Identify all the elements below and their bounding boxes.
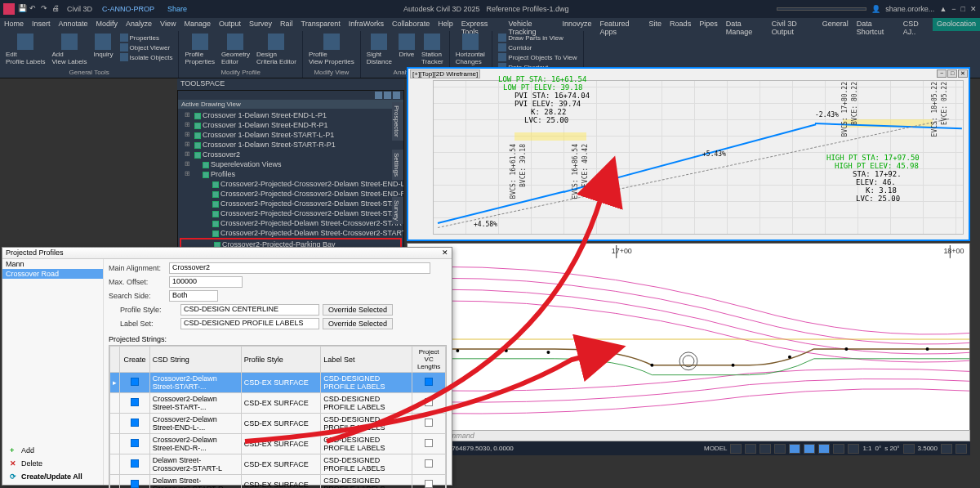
- ribbon-sight-distance-button[interactable]: SightDistance: [364, 33, 394, 66]
- label-set-cell[interactable]: CSD-DESIGNED PROFILE LABELS: [321, 434, 412, 454]
- sb-dyn-icon[interactable]: [804, 444, 815, 454]
- profile-style-cell[interactable]: CSD-EX SURFACE: [241, 454, 321, 475]
- command-line[interactable]: ▸ Type a command: [407, 430, 970, 441]
- zoom-readout[interactable]: 3.5000: [918, 445, 938, 452]
- tab-featured-apps[interactable]: Featured Apps: [596, 18, 645, 31]
- ribbon-draw-parts-in-view-button[interactable]: Draw Parts in View: [496, 33, 579, 43]
- search-input[interactable]: [777, 7, 866, 11]
- sb-lw-icon[interactable]: [818, 444, 830, 454]
- tab-analyze[interactable]: Analyze: [122, 18, 156, 31]
- ribbon-project-objects-to-view-button[interactable]: Project Objects To View: [496, 52, 579, 62]
- tab-output[interactable]: Output: [215, 18, 245, 31]
- ribbon-properties-button[interactable]: Properties: [118, 33, 176, 43]
- toolspace-toolbar[interactable]: [178, 91, 403, 100]
- active-drawing-view-label[interactable]: Active Drawing View: [178, 100, 403, 109]
- csd-string-cell[interactable]: Delawn Street-Crossover2-START-R: [149, 475, 241, 489]
- tree-node[interactable]: Crossover 1-Delawn Street-END-L-P1: [180, 110, 402, 120]
- table-row[interactable]: Crossover2-Delawn Street-END-R-...CSD-EX…: [110, 434, 446, 454]
- ribbon-add-view-labels-button[interactable]: AddView Labels: [49, 33, 89, 66]
- tab-data-manage[interactable]: Data Manage: [722, 18, 768, 31]
- override-profile-style-button[interactable]: Override Selected: [323, 304, 393, 316]
- profile-view-viewport[interactable]: [+][Top][2D Wireframe] − □ ✕ LOW PT STA:…: [407, 67, 970, 241]
- share-button[interactable]: Share: [167, 5, 187, 13]
- table-row[interactable]: Crossover2-Delawn Street-START-...CSD-EX…: [110, 393, 446, 414]
- tree-node[interactable]: Crossover2-Projected-Crossover2-Delawn S…: [180, 199, 402, 208]
- sb-anno-icon[interactable]: [903, 444, 915, 454]
- tab-collaborate[interactable]: Collaborate: [388, 18, 434, 31]
- dialog-titlebar[interactable]: Projected Profiles ✕: [2, 248, 452, 259]
- tab-rail[interactable]: Rail: [276, 18, 297, 31]
- toolspace-btn-icon[interactable]: [375, 92, 382, 99]
- tree-node[interactable]: Crossover2-Projected-Crossover2-Delawn S…: [180, 189, 402, 199]
- alignment-list-item[interactable]: Crossover Road: [2, 269, 103, 279]
- layer-dropdown[interactable]: C-ANNO-PROP: [102, 5, 154, 13]
- angle-b[interactable]: s 20°: [884, 445, 899, 452]
- ribbon-geometry-editor-button[interactable]: GeometryEditor: [219, 33, 252, 66]
- plan-view-viewport[interactable]: 17+00 18+00: [407, 243, 970, 441]
- tree-node[interactable]: Crossover 1-Delawn Street-END-R-P1: [180, 120, 402, 130]
- view-controls[interactable]: − □ ✕: [937, 69, 968, 78]
- row-handle[interactable]: [110, 434, 120, 454]
- max-offset-field[interactable]: 100000: [169, 276, 243, 288]
- ribbon-corridor-button[interactable]: Corridor: [496, 43, 579, 52]
- override-label-set-button[interactable]: Override Selected: [323, 318, 393, 329]
- tree-node[interactable]: Crossover2-Projected-Delawn Street-Cross…: [180, 218, 402, 228]
- tab-general[interactable]: General: [818, 18, 853, 31]
- tree-node[interactable]: Crossover 1-Delawn Street-START-R-P1: [180, 140, 402, 150]
- sb-transparency-icon[interactable]: [833, 444, 844, 454]
- model-space-button[interactable]: MODEL: [704, 445, 727, 452]
- tree-node[interactable]: Superelevation Views: [180, 159, 402, 169]
- project-vc-checkbox[interactable]: [425, 480, 433, 488]
- label-set-cell[interactable]: CSD-DESIGNED PROFILE LABELS: [321, 414, 412, 434]
- tab-innovyze[interactable]: Innovyze: [558, 18, 595, 31]
- quick-access-toolbar[interactable]: 💾 ↶ ↷ 🖨: [18, 4, 62, 14]
- close-icon[interactable]: ✕: [970, 5, 977, 13]
- tab-modify[interactable]: Modify: [92, 18, 122, 31]
- label-set-cell[interactable]: CSD-DESIGNED PROFILE LABELS: [321, 373, 412, 393]
- tab-infraworks[interactable]: InfraWorks: [345, 18, 388, 31]
- ribbon-profile-properties-button[interactable]: ProfileProperties: [182, 33, 216, 66]
- search-side-field[interactable]: Both: [169, 290, 218, 302]
- tab-pipes[interactable]: Pipes: [695, 18, 722, 31]
- ribbon-horizontal-changes-button[interactable]: HorizontalChanges: [453, 33, 488, 66]
- tab-home[interactable]: Home: [0, 18, 28, 31]
- view-label[interactable]: [+][Top][2D Wireframe]: [410, 69, 480, 78]
- tab-view[interactable]: View: [156, 18, 180, 31]
- tab-site[interactable]: Site: [645, 18, 666, 31]
- table-row[interactable]: Crossover2-Delawn Street-END-L-...CSD-EX…: [110, 414, 446, 434]
- maximize-icon[interactable]: □: [961, 5, 965, 13]
- sb-clean-icon[interactable]: [956, 444, 967, 454]
- ribbon-inquiry-button[interactable]: Inquiry: [91, 33, 115, 59]
- row-handle[interactable]: [110, 454, 120, 475]
- maximize-view-icon[interactable]: □: [947, 69, 957, 78]
- tab-insert[interactable]: Insert: [28, 18, 55, 31]
- sb-workspace-icon[interactable]: [941, 444, 952, 454]
- scale-readout[interactable]: 1:1: [862, 445, 871, 452]
- projected-strings-grid[interactable]: Create CSD String Profile Style Label Se…: [109, 345, 447, 488]
- close-view-icon[interactable]: ✕: [958, 69, 968, 78]
- side-tab-prospector[interactable]: Prospector: [392, 102, 403, 141]
- tab-transparent[interactable]: Transparent: [297, 18, 345, 31]
- tab-data-shortcut[interactable]: Data Shortcut: [853, 18, 899, 31]
- print-icon[interactable]: 🖨: [52, 4, 62, 14]
- sb-polar-icon[interactable]: [774, 444, 786, 454]
- ribbon-profile-view-properties-button[interactable]: ProfileView Properties: [306, 33, 357, 66]
- toolspace-btn-icon[interactable]: [393, 92, 400, 99]
- tab-annotate[interactable]: Annotate: [55, 18, 92, 31]
- user-name[interactable]: shane.ororke...: [885, 5, 934, 13]
- side-tab-settings[interactable]: Settings: [392, 150, 403, 180]
- create-checkbox[interactable]: [131, 480, 139, 488]
- ribbon-design-criteria-editor-button[interactable]: DesignCriteria Editor: [254, 33, 299, 66]
- tab-csd-aj-[interactable]: CSD AJ..: [899, 18, 933, 31]
- sb-cycling-icon[interactable]: [848, 444, 859, 454]
- sb-snap-icon[interactable]: [745, 444, 756, 454]
- add-alignment-button[interactable]: +Add: [4, 444, 101, 457]
- table-row[interactable]: Delawn Street-Crossover2-START-LCSD-EX S…: [110, 454, 446, 475]
- save-icon[interactable]: 💾: [18, 4, 28, 14]
- create-checkbox[interactable]: [131, 378, 139, 386]
- label-set-cell[interactable]: CSD-DESIGNED PROFILE LABELS: [321, 393, 412, 414]
- redo-icon[interactable]: ↷: [41, 4, 51, 14]
- create-checkbox[interactable]: [131, 398, 139, 406]
- ribbon-isolate-objects-button[interactable]: Isolate Objects: [118, 52, 176, 62]
- help-icon[interactable]: ▲: [939, 5, 947, 13]
